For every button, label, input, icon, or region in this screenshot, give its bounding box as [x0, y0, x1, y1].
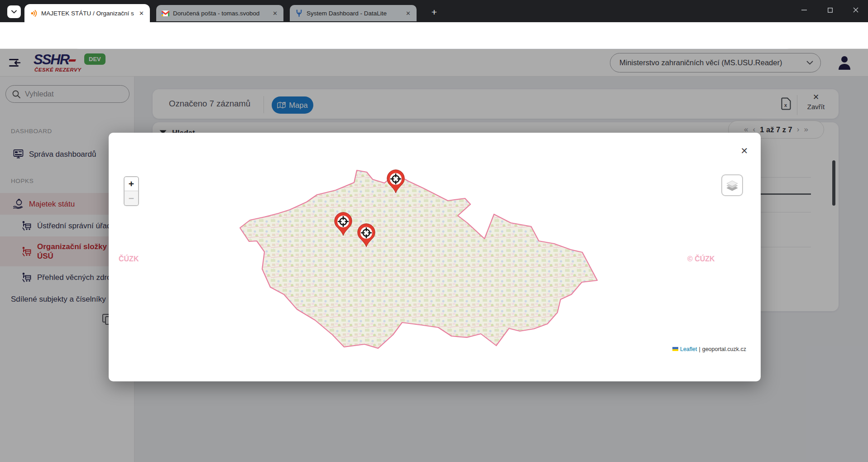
tab-close-icon[interactable]: ✕ [138, 10, 145, 17]
tab-close-icon[interactable]: ✕ [404, 10, 412, 17]
tab-title: System Dashboard - DataLite [307, 10, 402, 17]
window-maximize-button[interactable] [820, 0, 840, 20]
gmail-favicon-icon [162, 10, 169, 16]
window-minimize-button[interactable] [794, 0, 815, 20]
browser-tab-strip: MAJETEK STÁTU / Organizační s ✕ Doručená… [0, 0, 868, 22]
chevron-down-icon [11, 10, 17, 14]
tab-title: MAJETEK STÁTU / Organizační s [41, 10, 135, 17]
new-tab-button[interactable]: + [428, 6, 440, 18]
maximize-icon [828, 8, 833, 13]
browser-tab-datalite[interactable]: System Dashboard - DataLite ✕ [290, 5, 417, 21]
tab-search-button[interactable] [7, 5, 21, 18]
minimize-icon [801, 7, 807, 13]
close-icon [853, 7, 858, 13]
attribution-source: geoportal.cuzk.cz [702, 346, 746, 352]
map-attribution: Leaflet | geoportal.cuzk.cz [670, 345, 749, 353]
cuzk-watermark-right: © ČÚZK [687, 255, 715, 263]
czech-republic-map [118, 169, 749, 353]
ukraine-flag-icon [672, 347, 678, 351]
browser-tab-gmail[interactable]: Doručená pošta - tomas.svobod ✕ [156, 5, 283, 21]
tab-title: Doručená pošta - tomas.svobod [173, 10, 269, 17]
zoom-in-button[interactable]: + [125, 177, 138, 191]
map-layers-button[interactable] [721, 174, 743, 196]
window-close-button[interactable] [845, 0, 866, 20]
browser-tab-active[interactable]: MAJETEK STÁTU / Organizační s ✕ [24, 4, 150, 22]
czech-republic-outline [240, 170, 597, 348]
attribution-separator: | [699, 346, 700, 352]
map-modal-dialog: ✕ [109, 133, 761, 381]
leaflet-map[interactable]: ČÚZK © ČÚZK + − Leaflet | [118, 169, 749, 353]
map-zoom-control: + − [124, 176, 139, 206]
leaflet-link[interactable]: Leaflet [680, 346, 697, 352]
browser-toolbar: tsm-sshr.datalite.cloud/crm/customer?lis… [0, 22, 868, 49]
layers-icon [725, 178, 739, 192]
signal-favicon-icon [30, 10, 38, 17]
tab-close-icon[interactable]: ✕ [271, 10, 279, 17]
datalite-favicon-icon [295, 10, 303, 17]
cuzk-watermark-left: ČÚZK [119, 255, 139, 263]
modal-close-button[interactable]: ✕ [738, 144, 751, 157]
zoom-out-button[interactable]: − [125, 191, 138, 205]
